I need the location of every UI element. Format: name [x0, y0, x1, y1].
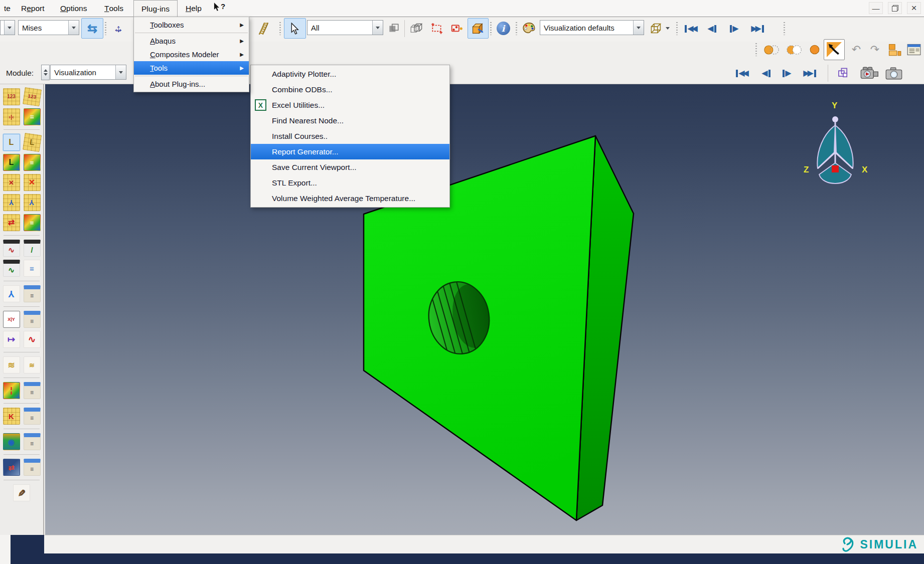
menu-item-composites-modeler[interactable]: Composites Modeler▶	[134, 48, 249, 61]
submenu-item-adaptivity-plotter[interactable]: Adaptivity Plotter...	[251, 66, 449, 82]
overlay-frames-icon[interactable]: ⇄	[3, 459, 20, 476]
menubar-item-options[interactable]: Options	[56, 0, 91, 17]
redo-button[interactable]: ↷	[866, 40, 884, 59]
pick-mode-button[interactable]	[824, 39, 845, 60]
color-code-button[interactable]	[519, 18, 538, 39]
boolean-cut-b-button[interactable]	[783, 40, 806, 59]
selection-filter-arrow[interactable]	[372, 21, 383, 35]
tensor-axes-icon[interactable]: Y	[3, 285, 20, 302]
toolbar-grip[interactable]	[516, 22, 517, 35]
plot-contours-icon[interactable]: L	[3, 154, 20, 171]
record-animation-button[interactable]	[857, 63, 882, 83]
undo-button[interactable]: ↶	[847, 40, 866, 59]
display-defaults-arrow[interactable]	[633, 21, 644, 35]
anim-next-frame-button[interactable]: ▶	[778, 64, 797, 82]
plot-deformed-icon[interactable]: L	[22, 133, 41, 152]
xy-plot-icon[interactable]: ∿	[24, 331, 41, 348]
tensor-dialog-icon[interactable]: ≡	[24, 285, 41, 302]
toolbar-grip[interactable]	[676, 22, 678, 35]
tilted-frames-icon[interactable]: 123	[22, 87, 41, 106]
toolbar-grip[interactable]	[784, 22, 785, 35]
anim-last-frame-button[interactable]: ▶▶	[798, 64, 822, 82]
first-frame-button[interactable]: ◀◀	[681, 19, 701, 38]
toolbar-grip[interactable]	[490, 22, 492, 35]
selection-filter-combo[interactable]: All	[307, 20, 383, 35]
menu-item-about-plug-ins[interactable]: About Plug-ins...	[134, 77, 249, 91]
anim-first-frame-button[interactable]: ◀◀	[731, 64, 753, 82]
close-button[interactable]: ×	[907, 2, 921, 14]
field-output-combo[interactable]: Mises	[18, 20, 79, 35]
animate-scale-factor-icon[interactable]: ∿	[3, 240, 20, 257]
toolbar-grip[interactable]	[279, 22, 281, 35]
overlay-dialog-icon[interactable]: ≡	[24, 459, 41, 476]
view-orientation-button[interactable]	[468, 18, 489, 39]
submenu-item-volume-weighted-average-temperature[interactable]: Volume Weighted Average Temperature...	[251, 191, 449, 206]
plot-undeformed-icon[interactable]: L	[3, 134, 20, 151]
animate-harmonic-icon[interactable]: ∿	[3, 260, 20, 277]
next-frame-button[interactable]: ▶	[725, 19, 743, 38]
menubar-item-help[interactable]: Help	[182, 0, 206, 17]
material-orientation-icon[interactable]: Y	[3, 194, 20, 211]
xy-dialog-icon[interactable]: ≡	[24, 311, 41, 328]
single-region-button[interactable]	[806, 40, 824, 59]
zoom-region-button[interactable]	[427, 18, 446, 39]
related-objects-button[interactable]	[384, 19, 403, 38]
menubar-item-te[interactable]: te	[0, 0, 15, 17]
select-cursor-button[interactable]	[284, 18, 306, 39]
submenu-item-combine-odbs[interactable]: Combine ODBs...	[251, 82, 449, 97]
anim-previous-frame-button[interactable]: ◀	[756, 64, 776, 82]
viewport-canvas[interactable]: Y Z X	[45, 84, 924, 535]
menu-item-toolboxes[interactable]: Toolboxes▶	[134, 18, 249, 32]
toolbar-grip[interactable]	[755, 43, 757, 56]
submenu-item-stl-export[interactable]: STL Export...	[251, 175, 449, 191]
submenu-item-install-courses[interactable]: Install Courses..	[251, 128, 449, 144]
menubar-item-tools[interactable]: Tools	[100, 0, 127, 17]
menu-item-tools[interactable]: Tools▶	[134, 61, 249, 75]
overlay-list-icon[interactable]: ≡	[24, 214, 41, 231]
display-group-manager-button[interactable]	[905, 40, 923, 59]
animation-options-icon[interactable]: ≡	[24, 260, 41, 277]
combo-arrow[interactable]	[4, 21, 15, 35]
module-arrow[interactable]	[115, 65, 126, 79]
pan-rotate-button[interactable]: ↔↕	[108, 18, 129, 39]
query-info-button[interactable]: i	[493, 18, 513, 39]
context-help-cursor-icon[interactable]: ?	[214, 2, 225, 12]
display-defaults-combo[interactable]: Visualization defaults	[540, 20, 644, 35]
view-cut-icon[interactable]: ≋	[3, 356, 20, 373]
previous-frame-button[interactable]: ◀	[703, 19, 721, 38]
field-output-arrow[interactable]	[68, 21, 79, 35]
submenu-item-find-nearest-node[interactable]: Find Nearest Node...	[251, 113, 449, 128]
orientation-options-icon[interactable]: Y	[24, 194, 41, 211]
ply-stack-icon[interactable]: K	[3, 408, 20, 425]
numbered-frames-icon[interactable]: 123	[3, 88, 20, 105]
mirror-dialog-icon[interactable]: ≡	[24, 382, 41, 399]
sync-frames-button[interactable]: ⇆	[81, 18, 103, 39]
snapshot-button[interactable]	[882, 63, 906, 83]
superimpose-plot-button[interactable]	[406, 18, 426, 39]
overlay-swap-icon[interactable]: ⇄	[3, 214, 20, 231]
free-body-cut-button[interactable]	[253, 18, 274, 39]
boolean-cut-a-button[interactable]	[760, 40, 783, 59]
module-combo[interactable]: Visualization	[50, 65, 126, 80]
path-icon[interactable]: ↦	[3, 331, 20, 348]
last-frame-button[interactable]: ▶▶	[746, 19, 768, 38]
ply-dialog-icon[interactable]: ≡	[24, 408, 41, 425]
minimize-button[interactable]: —	[869, 2, 883, 14]
symbol-options-icon[interactable]: ✕	[24, 174, 41, 191]
stream-plot-icon[interactable]: ◉	[3, 433, 20, 450]
create-display-group-button[interactable]	[884, 40, 905, 59]
stream-dialog-icon[interactable]: ≡	[24, 433, 41, 450]
annotate-brush-icon[interactable]: ✎	[13, 484, 30, 501]
menu-item-abaqus[interactable]: Abaqus▶	[134, 34, 249, 48]
submenu-item-excel-utilities[interactable]: XExcel Utilities...	[251, 97, 449, 113]
submenu-item-save-current-viewport[interactable]: Save Current Viewport...	[251, 159, 449, 175]
view-cube-dropdown-button[interactable]	[646, 18, 673, 39]
contour-options-icon[interactable]: ≡	[24, 154, 41, 171]
probe-values-button[interactable]	[446, 18, 467, 39]
toolbar-grip[interactable]	[105, 22, 106, 35]
layered-results-icon[interactable]: ≡	[24, 108, 41, 125]
plot-symbols-icon[interactable]: ✕	[3, 174, 20, 191]
bracket-frames-icon[interactable]: ›|‹	[3, 108, 20, 125]
copy-viewport-button[interactable]	[834, 64, 853, 82]
menubar-item-report[interactable]: Report	[17, 0, 49, 17]
